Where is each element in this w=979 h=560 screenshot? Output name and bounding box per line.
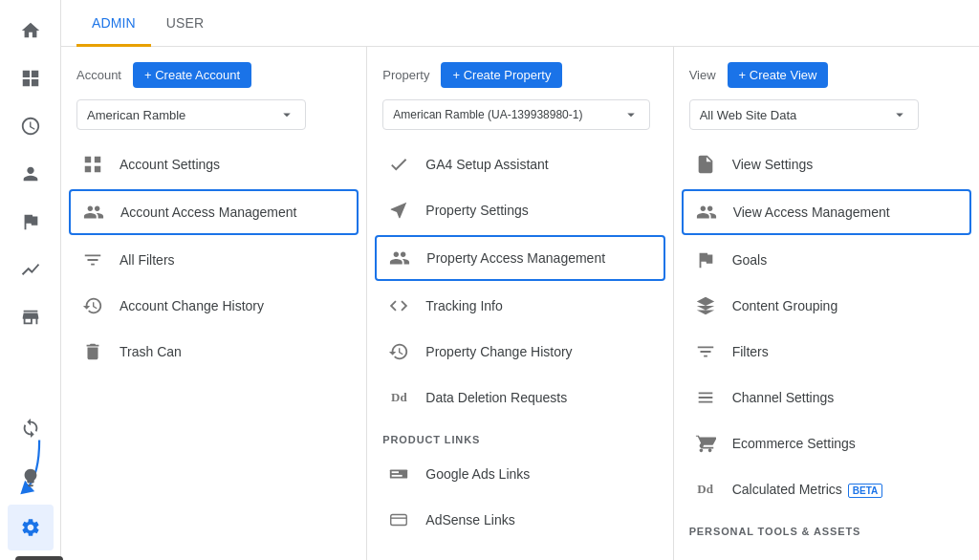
create-account-button[interactable]: + Create Account: [133, 62, 251, 88]
account-change-history-item[interactable]: Account Change History: [61, 283, 366, 329]
channel-icon: [692, 384, 719, 411]
account-access-item[interactable]: Account Access Management: [69, 189, 359, 235]
tracking-info-item[interactable]: Tracking Info: [367, 283, 672, 329]
svg-rect-3: [392, 475, 402, 477]
dashboard-icon[interactable]: [8, 55, 54, 101]
adsense-links-label: AdSense Links: [425, 511, 514, 528]
calculated-metrics-label: Calculated MetricsBETA: [732, 481, 883, 498]
trash-icon: [79, 338, 106, 365]
home-icon[interactable]: [8, 8, 54, 54]
property-settings-icon: [385, 197, 412, 224]
dd-icon-view: Dd: [692, 476, 719, 503]
account-dropdown-row: American Ramble: [61, 96, 366, 141]
admin-columns: Account + Create Account American Ramble…: [61, 47, 979, 560]
filter-icon: [79, 247, 106, 273]
sidebar: Admin: [0, 0, 61, 560]
svg-rect-4: [391, 515, 407, 526]
property-access-item[interactable]: Property Access Management: [375, 235, 664, 281]
ecommerce-settings-label: Ecommerce Settings: [732, 435, 856, 452]
property-settings-label: Property Settings: [425, 202, 528, 219]
cart-icon: [692, 430, 719, 457]
view-column: View + Create View All Web Site Data Vie…: [674, 47, 979, 560]
content-grouping-label: Content Grouping: [732, 297, 838, 314]
ga4-setup-item[interactable]: GA4 Setup Assistant: [367, 141, 672, 187]
tabs-bar: ADMIN USER: [61, 0, 979, 47]
tab-user[interactable]: USER: [151, 0, 219, 47]
property-column: Property + Create Property American Ramb…: [367, 47, 673, 560]
create-view-button[interactable]: + Create View: [728, 62, 829, 88]
flag-icon[interactable]: [8, 199, 54, 245]
property-header: Property + Create Property: [367, 47, 672, 96]
calculated-metrics-item[interactable]: Dd Calculated MetricsBETA: [674, 466, 979, 512]
person-icon[interactable]: [8, 151, 54, 197]
view-filters-item[interactable]: Filters: [674, 329, 979, 375]
people-icon: [80, 199, 107, 226]
goals-item[interactable]: Goals: [674, 237, 979, 283]
view-label: View: [689, 68, 716, 82]
content-grouping-item[interactable]: Content Grouping: [674, 283, 979, 329]
ecommerce-settings-item[interactable]: Ecommerce Settings: [674, 420, 979, 466]
filters-label: Filters: [732, 343, 769, 360]
channel-settings-item[interactable]: Channel Settings: [674, 375, 979, 420]
view-dropdown-value: All Web Site Data: [700, 108, 797, 122]
grid-icon: [79, 151, 106, 178]
all-filters-label: All Filters: [120, 251, 175, 269]
property-label: Property: [382, 68, 429, 82]
doc-icon: [692, 151, 719, 178]
google-ads-links-label: Google Ads Links: [425, 465, 530, 483]
view-settings-item[interactable]: View Settings: [674, 141, 979, 187]
view-access-item[interactable]: View Access Management: [682, 189, 971, 235]
adsense-icon: [385, 506, 412, 533]
view-header: View + Create View: [674, 47, 979, 96]
view-settings-label: View Settings: [732, 156, 814, 173]
main-content: ADMIN USER Account + Create Account Amer…: [61, 0, 979, 560]
channel-settings-label: Channel Settings: [732, 389, 835, 406]
property-dropdown-value: American Ramble (UA-139938980-1): [393, 108, 582, 121]
property-settings-item[interactable]: Property Settings: [367, 187, 672, 233]
property-change-history-item[interactable]: Property Change History: [367, 329, 672, 375]
account-settings-item[interactable]: Account Settings: [61, 141, 366, 187]
account-settings-label: Account Settings: [120, 156, 220, 173]
table-icon[interactable]: [8, 294, 54, 340]
data-deletion-label: Data Deletion Requests: [425, 389, 567, 406]
goals-label: Goals: [732, 251, 768, 269]
admin-settings-icon[interactable]: Admin: [8, 505, 54, 550]
account-change-history-label: Account Change History: [120, 297, 264, 314]
account-column: Account + Create Account American Ramble…: [61, 47, 367, 560]
filter-icon-view: [692, 338, 719, 365]
property-dropdown-row: American Ramble (UA-139938980-1): [367, 96, 672, 141]
account-access-label: Account Access Management: [120, 204, 296, 221]
code-icon: [385, 292, 412, 319]
property-change-history-label: Property Change History: [425, 343, 572, 360]
all-filters-item[interactable]: All Filters: [61, 237, 366, 283]
account-dropdown-value: American Ramble: [87, 108, 185, 122]
adsense-links-item[interactable]: AdSense Links: [367, 497, 672, 543]
clock-icon[interactable]: [8, 103, 54, 149]
trash-can-label: Trash Can: [120, 343, 182, 360]
google-ads-links-item[interactable]: Google Ads Links: [367, 451, 672, 497]
view-dropdown-row: All Web Site Data: [674, 96, 979, 141]
product-links-section-label: PRODUCT LINKS: [367, 420, 672, 451]
property-access-label: Property Access Management: [426, 249, 605, 267]
tracking-info-label: Tracking Info: [425, 297, 502, 314]
lightbulb-icon[interactable]: [8, 455, 54, 501]
beta-badge: BETA: [848, 484, 882, 498]
history-icon-property: [385, 338, 412, 365]
chart-icon[interactable]: [8, 247, 54, 292]
dd-icon-property: Dd: [385, 384, 412, 411]
check-icon: [385, 151, 412, 178]
create-property-button[interactable]: + Create Property: [441, 62, 562, 88]
account-header: Account + Create Account: [61, 47, 366, 96]
personal-tools-section-label: PERSONAL TOOLS & ASSETS: [674, 512, 979, 543]
loop-icon[interactable]: [8, 405, 54, 451]
tab-admin[interactable]: ADMIN: [76, 0, 151, 47]
ga4-setup-label: GA4 Setup Assistant: [425, 156, 548, 173]
view-access-label: View Access Management: [733, 204, 890, 221]
people-icon-view: [693, 199, 720, 226]
data-deletion-item[interactable]: Dd Data Deletion Requests: [367, 375, 672, 420]
trash-can-item[interactable]: Trash Can: [61, 329, 366, 375]
account-dropdown[interactable]: American Ramble: [76, 99, 306, 130]
content-icon: [692, 292, 719, 319]
view-dropdown[interactable]: All Web Site Data: [689, 99, 919, 130]
property-dropdown[interactable]: American Ramble (UA-139938980-1): [382, 99, 650, 130]
